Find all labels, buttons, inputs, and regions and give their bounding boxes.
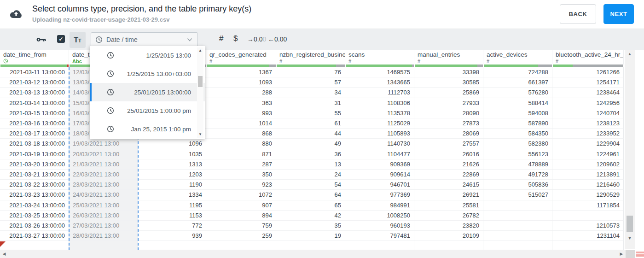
table-cell[interactable]: 1242956 <box>552 98 624 108</box>
table-cell[interactable]: 1190 <box>138 180 206 190</box>
table-cell[interactable]: 26782 <box>414 211 483 221</box>
table-cell[interactable] <box>552 211 624 221</box>
table-cell[interactable]: 27873 <box>414 118 483 129</box>
table-cell[interactable]: 2021-03-14 13:00:00 <box>0 98 69 108</box>
column-header[interactable]: manual_entries# <box>414 50 483 64</box>
table-cell[interactable]: 977369 <box>345 190 414 200</box>
table-cell[interactable]: 19/03/2021 13:00 <box>69 139 138 149</box>
table-cell[interactable] <box>414 241 483 250</box>
table-cell[interactable]: 907 <box>206 200 276 211</box>
vertical-scrollbar[interactable]: ▲ ▼ <box>625 50 635 249</box>
table-cell[interactable]: 909614 <box>345 170 414 180</box>
scroll-up-icon[interactable]: ▲ <box>197 47 203 54</box>
table-cell[interactable]: 350 <box>206 170 276 180</box>
table-cell[interactable]: 35 <box>276 221 345 231</box>
table-cell[interactable]: 1203 <box>138 170 206 180</box>
table-cell[interactable]: 1072 <box>206 190 276 200</box>
table-cell[interactable]: 797481 <box>345 231 414 241</box>
table-cell[interactable]: 42 <box>276 211 345 221</box>
table-cell[interactable]: 1469575 <box>345 67 414 77</box>
table-cell[interactable] <box>276 241 345 250</box>
table-cell[interactable]: 1213891 <box>552 170 624 180</box>
resize-handle[interactable] <box>636 252 644 257</box>
table-cell[interactable]: 24/03/2021 13:00 <box>69 190 138 200</box>
table-cell[interactable]: 2021-03-21 13:00:00 <box>0 170 69 180</box>
format-option[interactable]: Jan 25, 2015 1:00 pm <box>90 120 205 138</box>
table-cell[interactable]: 22869 <box>414 170 483 180</box>
table-cell[interactable]: 28069 <box>414 129 483 139</box>
table-cell[interactable]: 1229904 <box>552 139 624 149</box>
table-cell[interactable] <box>483 221 552 231</box>
table-cell[interactable] <box>552 241 624 250</box>
table-cell[interactable]: 25/03/2021 13:00 <box>69 200 138 211</box>
table-cell[interactable] <box>483 211 552 221</box>
decrease-decimal-button[interactable]: ←0.00 <box>268 35 287 43</box>
table-cell[interactable]: 909369 <box>345 159 414 170</box>
table-cell[interactable]: 505836 <box>483 180 552 190</box>
table-cell[interactable]: 582380 <box>483 139 552 149</box>
table-cell[interactable]: 26921 <box>414 190 483 200</box>
back-button[interactable]: BACK <box>560 4 596 24</box>
type-select[interactable]: Date / time <box>91 32 198 47</box>
table-cell[interactable]: 491728 <box>483 170 552 180</box>
table-cell[interactable]: 31 <box>276 98 345 108</box>
table-cell[interactable]: 1261266 <box>552 67 624 77</box>
number-type-button[interactable]: # <box>219 34 223 43</box>
table-cell[interactable]: 1233952 <box>552 129 624 139</box>
table-cell[interactable]: 772 <box>138 221 206 231</box>
table-cell[interactable]: 1210573 <box>552 221 624 231</box>
table-cell[interactable]: 2021-03-16 13:00:00 <box>0 118 69 129</box>
table-cell[interactable]: 939 <box>138 231 206 241</box>
table-cell[interactable]: 24615 <box>414 180 483 190</box>
table-cell[interactable]: 22/03/2021 13:00 <box>69 170 138 180</box>
table-cell[interactable] <box>206 241 276 250</box>
table-cell[interactable]: 57 <box>276 77 345 88</box>
table-cell[interactable]: 1195 <box>138 200 206 211</box>
table-cell[interactable]: 946701 <box>345 180 414 190</box>
table-cell[interactable]: 20/03/2021 13:00 <box>69 149 138 159</box>
table-cell[interactable]: 587890 <box>483 118 552 129</box>
table-cell[interactable]: 1135378 <box>345 108 414 118</box>
table-cell[interactable]: 993 <box>206 108 276 118</box>
format-option[interactable]: 25/01/2015 1:00:00 pm <box>90 101 205 120</box>
table-cell[interactable] <box>69 241 138 250</box>
table-cell[interactable]: 2021-03-17 13:00:00 <box>0 129 69 139</box>
table-cell[interactable]: 2021-03-27 13:00:00 <box>0 231 69 241</box>
scroll-down-icon[interactable]: ▼ <box>625 234 635 242</box>
table-cell[interactable]: 23/03/2021 13:00 <box>69 180 138 190</box>
table-cell[interactable]: 661397 <box>483 77 552 88</box>
table-cell[interactable]: 49 <box>276 139 345 149</box>
table-cell[interactable]: 54 <box>276 180 345 190</box>
table-cell[interactable]: 478889 <box>483 159 552 170</box>
table-cell[interactable]: 584350 <box>483 129 552 139</box>
table-cell[interactable]: 1224961 <box>552 149 624 159</box>
table-cell[interactable] <box>483 231 552 241</box>
table-cell[interactable]: 1035 <box>138 149 206 159</box>
table-cell[interactable]: 2021-03-15 13:00:00 <box>0 108 69 118</box>
table-cell[interactable]: 2021-03-24 13:00:00 <box>0 200 69 211</box>
table-cell[interactable]: 1238123 <box>552 118 624 129</box>
table-cell[interactable]: 1093 <box>206 77 276 88</box>
table-cell[interactable]: 880 <box>206 139 276 149</box>
table-cell[interactable]: 1153 <box>138 211 206 221</box>
table-cell[interactable]: 19 <box>276 231 345 241</box>
table-cell[interactable]: 2021-03-19 13:00:00 <box>0 149 69 159</box>
column-header[interactable]: bluetooth_active_24_hr_# <box>552 50 624 64</box>
table-cell[interactable]: 61 <box>276 118 345 129</box>
table-cell[interactable]: 2021-03-11 13:00:00 <box>0 67 69 77</box>
dropdown-scrollbar[interactable]: ▲▼ <box>197 47 203 138</box>
table-cell[interactable]: 21/03/2021 13:00 <box>69 159 138 170</box>
include-column-checkbox[interactable]: ✓ <box>57 35 65 43</box>
table-cell[interactable]: 868 <box>206 129 276 139</box>
table-cell[interactable]: 44 <box>276 129 345 139</box>
table-cell[interactable]: 515027 <box>483 190 552 200</box>
table-cell[interactable]: 26016 <box>414 149 483 159</box>
table-cell[interactable] <box>138 241 206 250</box>
table-cell[interactable]: 33398 <box>414 67 483 77</box>
table-cell[interactable]: 20109 <box>414 231 483 241</box>
text-type-button[interactable]: TT <box>70 32 86 48</box>
table-cell[interactable]: 1125029 <box>345 118 414 129</box>
table-cell[interactable]: 594008 <box>483 108 552 118</box>
table-cell[interactable]: 28090 <box>414 108 483 118</box>
table-cell[interactable]: 1290529 <box>552 190 624 200</box>
